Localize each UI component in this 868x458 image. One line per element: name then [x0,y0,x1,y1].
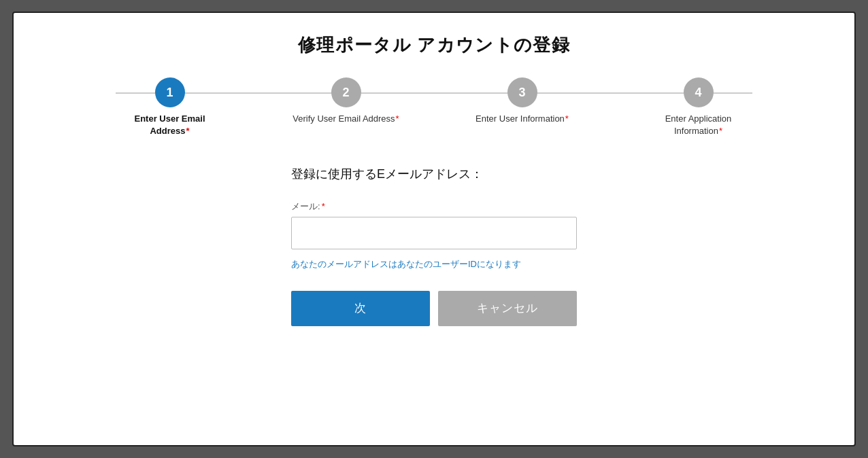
cancel-button[interactable]: キャンセル [438,291,577,326]
step-2-required: * [396,113,399,124]
step-3-label: Enter User Information* [475,113,569,125]
step-3: 3 Enter User Information* [434,77,610,125]
step-3-required: * [565,113,569,124]
step-3-circle: 3 [507,77,537,107]
helper-text: あなたのメールアドレスはあなたのユーザーIDになります [291,258,577,272]
step-1-required: * [186,126,189,136]
email-required-mark: * [322,201,325,211]
step-1: 1 Enter User Email Address* [82,77,258,137]
page-content: 修理ポータル アカウントの登録 1 Enter User Email Addre… [14,13,854,353]
step-4-circle: 4 [684,77,714,107]
next-button[interactable]: 次 [291,291,430,326]
step-2: 2 Verify User Email Address* [258,77,434,125]
step-4: 4 Enter Application Information* [610,77,786,137]
step-4-label: Enter Application Information* [644,113,753,137]
step-4-required: * [719,126,722,136]
step-1-circle: 1 [155,77,185,107]
email-input[interactable] [291,217,577,249]
form-inner: 登録に使用するEメールアドレス： メール:* あなたのメールアドレスはあなたのユ… [291,164,577,326]
email-field-label: メール:* [291,200,577,213]
step-2-circle: 2 [331,77,361,107]
window-frame: 修理ポータル アカウントの登録 1 Enter User Email Addre… [12,12,856,446]
step-1-label: Enter User Email Address* [116,113,224,137]
step-2-label: Verify User Email Address* [293,113,399,125]
stepper: 1 Enter User Email Address* 2 Verify Use… [41,77,827,137]
button-row: 次 キャンセル [291,291,577,326]
page-title: 修理ポータル アカウントの登録 [41,33,827,57]
form-heading: 登録に使用するEメールアドレス： [291,164,577,184]
form-area: 登録に使用するEメールアドレス： メール:* あなたのメールアドレスはあなたのユ… [41,164,827,326]
